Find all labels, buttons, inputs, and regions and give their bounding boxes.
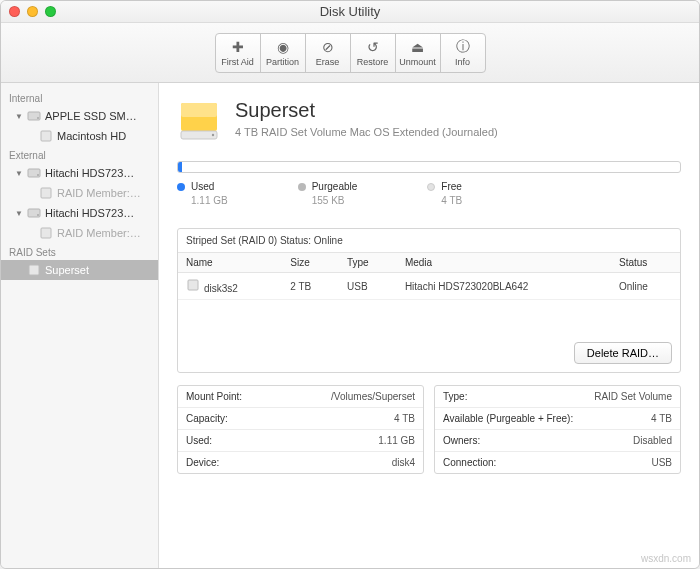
firstaid-icon: ✚: [232, 39, 244, 55]
info-value: RAID Set Volume: [594, 391, 672, 402]
toolbar: ✚First Aid◉Partition⊘Erase↺Restore⏏Unmou…: [1, 23, 699, 83]
sidebar-item-label: APPLE SSD SM…: [45, 110, 137, 122]
svg-rect-9: [29, 265, 39, 275]
info-row: Connection:USB: [435, 452, 680, 473]
partition-button[interactable]: ◉Partition: [260, 33, 306, 73]
firstaid-button[interactable]: ✚First Aid: [215, 33, 261, 73]
raid-status-title: Striped Set (RAID 0) Status: Online: [178, 229, 680, 252]
cell-media: Hitachi HDS723020BLA642: [397, 273, 611, 300]
sidebar-item-label: Hitachi HDS723…: [45, 207, 134, 219]
watermark: wsxdn.com: [641, 553, 691, 564]
disk-utility-window: Disk Utility ✚First Aid◉Partition⊘Erase↺…: [0, 0, 700, 569]
usage-legend: Used 1.11 GB Purgeable 155 KB Free 4 TB: [177, 181, 681, 206]
info-value: USB: [651, 457, 672, 468]
svg-point-13: [212, 134, 214, 136]
partition-icon: ◉: [277, 39, 289, 55]
usage-fill-used: [178, 162, 182, 172]
sidebar-item-label: RAID Member:…: [57, 187, 141, 199]
restore-button[interactable]: ↺Restore: [350, 33, 396, 73]
disk-icon: [27, 166, 41, 180]
disclosure-triangle-icon[interactable]: ▼: [15, 169, 23, 178]
table-row[interactable]: disk3s22 TBUSBHitachi HDS723020BLA642Onl…: [178, 273, 680, 300]
info-value: 4 TB: [394, 413, 415, 424]
col-name[interactable]: Name: [178, 253, 282, 273]
info-row: Used:1.11 GB: [178, 430, 423, 452]
sidebar-section-external: External: [1, 146, 158, 163]
sidebar-item[interactable]: Superset: [1, 260, 158, 280]
disclosure-triangle-icon[interactable]: ▼: [15, 112, 23, 121]
info-row: Capacity:4 TB: [178, 408, 423, 430]
vol-icon: [27, 263, 41, 277]
external-drive-icon: [177, 99, 221, 143]
cell-status: Online: [611, 273, 680, 300]
info-key: Type:: [443, 391, 467, 402]
sidebar-item[interactable]: Macintosh HD: [1, 126, 158, 146]
free-swatch-icon: [427, 183, 435, 191]
info-value: 4 TB: [651, 413, 672, 424]
info-column-left: Mount Point:/Volumes/SupersetCapacity:4 …: [177, 385, 424, 474]
erase-icon: ⊘: [322, 39, 334, 55]
sidebar-item[interactable]: RAID Member:…: [1, 223, 158, 243]
free-label: Free: [441, 181, 462, 192]
info-icon: ⓘ: [456, 39, 470, 55]
svg-rect-3: [28, 169, 40, 177]
info-value: /Volumes/Superset: [331, 391, 415, 402]
restore-label: Restore: [357, 57, 389, 67]
purgeable-swatch-icon: [298, 183, 306, 191]
used-value: 1.11 GB: [177, 195, 228, 206]
sidebar-item-label: RAID Member:…: [57, 227, 141, 239]
sidebar-item[interactable]: RAID Member:…: [1, 183, 158, 203]
info-column-right: Type:RAID Set VolumeAvailable (Purgeable…: [434, 385, 681, 474]
info-row: Owners:Disabled: [435, 430, 680, 452]
info-value: 1.11 GB: [378, 435, 415, 446]
cell-type: USB: [339, 273, 397, 300]
sidebar-item[interactable]: ▼APPLE SSD SM…: [1, 106, 158, 126]
restore-icon: ↺: [367, 39, 379, 55]
info-key: Capacity:: [186, 413, 228, 424]
info-row: Type:RAID Set Volume: [435, 386, 680, 408]
info-key: Mount Point:: [186, 391, 242, 402]
delete-raid-button[interactable]: Delete RAID…: [574, 342, 672, 364]
svg-rect-12: [181, 131, 217, 139]
firstaid-label: First Aid: [221, 57, 254, 67]
partition-label: Partition: [266, 57, 299, 67]
volume-name: Superset: [235, 99, 498, 122]
purgeable-value: 155 KB: [298, 195, 358, 206]
info-key: Available (Purgeable + Free):: [443, 413, 573, 424]
info-label: Info: [455, 57, 470, 67]
cell-name: disk3s2: [178, 273, 282, 300]
unmount-icon: ⏏: [411, 39, 424, 55]
sidebar-section-raid-sets: RAID Sets: [1, 243, 158, 260]
sidebar-section-internal: Internal: [1, 89, 158, 106]
info-row: Available (Purgeable + Free):4 TB: [435, 408, 680, 430]
used-label: Used: [191, 181, 214, 192]
col-status[interactable]: Status: [611, 253, 680, 273]
col-type[interactable]: Type: [339, 253, 397, 273]
unmount-label: Unmount: [399, 57, 436, 67]
svg-point-4: [37, 174, 39, 176]
info-key: Used:: [186, 435, 212, 446]
info-value: disk4: [392, 457, 415, 468]
info-key: Device:: [186, 457, 219, 468]
info-key: Owners:: [443, 435, 480, 446]
sidebar-item-label: Superset: [45, 264, 89, 276]
svg-point-7: [37, 214, 39, 216]
sidebar-item[interactable]: ▼Hitachi HDS723…: [1, 163, 158, 183]
vol-icon: [39, 186, 53, 200]
svg-rect-14: [188, 280, 198, 290]
used-swatch-icon: [177, 183, 185, 191]
unmount-button[interactable]: ⏏Unmount: [395, 33, 441, 73]
disclosure-triangle-icon[interactable]: ▼: [15, 209, 23, 218]
vol-icon: [39, 226, 53, 240]
erase-button[interactable]: ⊘Erase: [305, 33, 351, 73]
sidebar-item[interactable]: ▼Hitachi HDS723…: [1, 203, 158, 223]
sidebar-item-label: Hitachi HDS723…: [45, 167, 134, 179]
info-row: Device:disk4: [178, 452, 423, 473]
svg-rect-8: [41, 228, 51, 238]
col-media[interactable]: Media: [397, 253, 611, 273]
info-button[interactable]: ⓘInfo: [440, 33, 486, 73]
erase-label: Erase: [316, 57, 340, 67]
svg-rect-2: [41, 131, 51, 141]
sidebar-item-label: Macintosh HD: [57, 130, 126, 142]
col-size[interactable]: Size: [282, 253, 339, 273]
